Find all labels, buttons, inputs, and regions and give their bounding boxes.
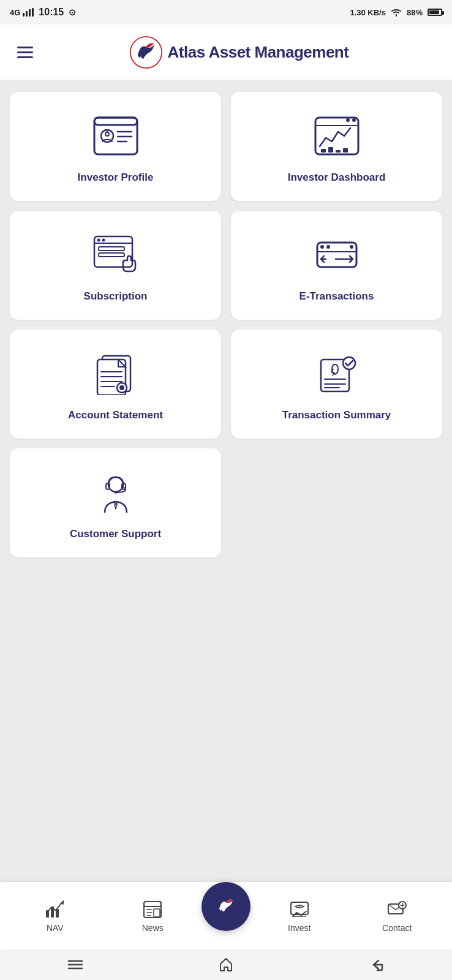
nav-contact-item[interactable]: Contact: [348, 899, 446, 933]
nav-chart-icon: [44, 899, 66, 921]
invest-icon: [288, 899, 311, 921]
customer-support-label: Customer Support: [70, 528, 161, 540]
svg-rect-19: [343, 148, 348, 153]
transaction-summary-icon: [309, 349, 364, 398]
time-display: 10:15: [39, 7, 64, 18]
atlas-logo-icon: [129, 36, 163, 69]
svg-rect-1: [26, 11, 28, 17]
app-logo: Atlas Asset Management: [38, 36, 440, 69]
status-bar: 4G 10:15 ⊙ 1.30 KB/s 88%: [0, 0, 452, 24]
bottom-navigation: NAV News: [0, 882, 452, 949]
sys-home-button[interactable]: [217, 956, 235, 974]
investor-dashboard-icon: [309, 111, 364, 160]
customer-support-card[interactable]: Customer Support: [10, 448, 221, 557]
hamburger-menu[interactable]: [12, 42, 38, 63]
e-transactions-icon: [309, 230, 364, 279]
investor-profile-icon: [88, 111, 143, 160]
contact-icon: [386, 899, 408, 921]
svg-rect-3: [32, 8, 34, 17]
signal-icon: 4G: [10, 8, 20, 17]
nav-contact-label: Contact: [382, 923, 412, 933]
svg-point-30: [350, 245, 353, 249]
speed-display: 1.30 KB/s: [350, 8, 386, 17]
news-icon: [141, 899, 164, 921]
system-nav-bar: [0, 949, 452, 980]
subscription-label: Subscription: [84, 290, 148, 303]
investor-profile-card[interactable]: Investor Profile: [10, 92, 221, 201]
e-transactions-label: E-Transactions: [299, 290, 374, 303]
menu-grid: Investor Profile Investor: [10, 92, 442, 557]
nav-nav-item[interactable]: NAV: [6, 899, 104, 933]
svg-rect-52: [144, 902, 161, 918]
nav-news-item[interactable]: News: [104, 899, 202, 933]
svg-point-13: [346, 118, 350, 122]
account-statement-card[interactable]: Account Statement: [10, 330, 221, 439]
status-left: 4G 10:15 ⊙: [10, 7, 76, 18]
battery-icon: [428, 9, 442, 16]
svg-rect-6: [94, 118, 137, 125]
svg-rect-24: [99, 247, 124, 251]
svg-rect-16: [321, 149, 326, 153]
svg-point-28: [320, 245, 324, 249]
recording-icon: ⊙: [69, 7, 76, 17]
svg-rect-25: [99, 253, 124, 257]
subscription-card[interactable]: Subscription: [10, 211, 221, 320]
nav-home-button[interactable]: [202, 882, 250, 931]
main-content: Investor Profile Investor: [0, 80, 452, 882]
svg-point-14: [352, 118, 356, 122]
investor-dashboard-label: Investor Dashboard: [288, 172, 386, 184]
signal-bars-icon: [23, 8, 34, 17]
nav-nav-label: NAV: [47, 923, 64, 933]
svg-point-39: [119, 385, 124, 390]
sys-menu-button[interactable]: [66, 956, 85, 974]
transaction-summary-label: Transaction Summary: [282, 409, 391, 421]
account-statement-label: Account Statement: [68, 409, 163, 421]
svg-rect-20: [94, 236, 132, 267]
account-statement-icon: [88, 349, 143, 398]
subscription-icon: [88, 230, 143, 279]
svg-point-48: [115, 491, 117, 494]
investor-dashboard-card[interactable]: Investor Dashboard: [231, 92, 442, 201]
nav-invest-label: Invest: [288, 923, 311, 933]
svg-rect-53: [144, 902, 161, 907]
svg-rect-57: [154, 909, 160, 917]
customer-support-icon: [88, 468, 143, 517]
status-right: 1.30 KB/s 88%: [350, 8, 442, 17]
nav-invest-item[interactable]: Invest: [250, 899, 348, 933]
wifi-icon: [391, 8, 402, 17]
svg-point-8: [105, 132, 109, 136]
svg-rect-18: [336, 150, 341, 153]
nav-news-label: News: [142, 923, 164, 933]
app-title: Atlas Asset Management: [168, 43, 349, 62]
transaction-summary-card[interactable]: Transaction Summary: [231, 330, 442, 439]
app-header: Atlas Asset Management: [0, 24, 452, 80]
battery-percent: 88%: [407, 8, 423, 17]
svg-rect-2: [29, 9, 31, 17]
svg-rect-17: [328, 147, 333, 153]
svg-point-22: [97, 239, 100, 242]
svg-rect-0: [23, 13, 24, 17]
svg-point-23: [102, 239, 105, 242]
sys-back-button[interactable]: [367, 956, 386, 974]
investor-profile-label: Investor Profile: [78, 172, 154, 184]
e-transactions-card[interactable]: E-Transactions: [231, 211, 442, 320]
svg-point-29: [326, 245, 330, 249]
